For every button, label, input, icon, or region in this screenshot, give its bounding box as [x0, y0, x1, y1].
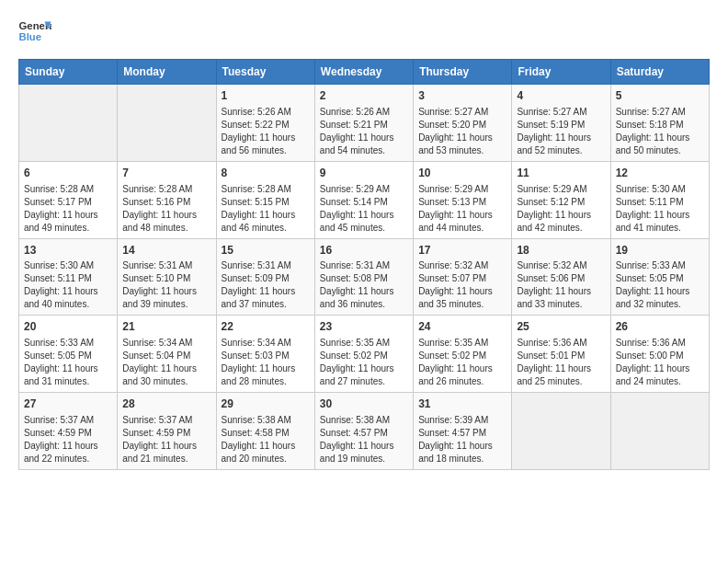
- calendar-cell: [512, 393, 610, 470]
- calendar-cell: 12Sunrise: 5:30 AMSunset: 5:11 PMDayligh…: [610, 161, 709, 238]
- day-number: 6: [24, 166, 112, 181]
- day-number: 16: [320, 243, 408, 259]
- calendar-cell: 15Sunrise: 5:31 AMSunset: 5:09 PMDayligh…: [216, 238, 314, 316]
- cell-info: Sunrise: 5:30 AMSunset: 5:11 PMDaylight:…: [616, 183, 704, 235]
- cell-info: Sunrise: 5:29 AMSunset: 5:13 PMDaylight:…: [418, 183, 506, 235]
- day-number: 21: [122, 319, 210, 335]
- day-number: 19: [616, 243, 704, 259]
- page-header: General Blue: [18, 18, 710, 44]
- calendar-cell: 6Sunrise: 5:28 AMSunset: 5:17 PMDaylight…: [19, 161, 118, 238]
- day-number: 10: [418, 166, 506, 181]
- cell-info: Sunrise: 5:28 AMSunset: 5:15 PMDaylight:…: [222, 183, 310, 235]
- day-number: 14: [122, 243, 210, 259]
- calendar-table: SundayMondayTuesdayWednesdayThursdayFrid…: [18, 59, 710, 470]
- calendar-cell: [610, 393, 709, 470]
- col-header-thursday: Thursday: [414, 60, 512, 85]
- calendar-cell: 4Sunrise: 5:27 AMSunset: 5:19 PMDaylight…: [512, 85, 610, 162]
- cell-info: Sunrise: 5:34 AMSunset: 5:03 PMDaylight:…: [222, 337, 310, 388]
- day-number: 13: [24, 243, 112, 259]
- cell-info: Sunrise: 5:29 AMSunset: 5:12 PMDaylight:…: [517, 183, 605, 235]
- calendar-cell: 10Sunrise: 5:29 AMSunset: 5:13 PMDayligh…: [414, 161, 512, 238]
- day-number: 18: [517, 243, 605, 259]
- cell-info: Sunrise: 5:38 AMSunset: 4:57 PMDaylight:…: [320, 414, 408, 465]
- calendar-cell: 22Sunrise: 5:34 AMSunset: 5:03 PMDayligh…: [216, 316, 314, 393]
- calendar-cell: 18Sunrise: 5:32 AMSunset: 5:06 PMDayligh…: [512, 238, 610, 316]
- day-number: 2: [320, 88, 408, 104]
- calendar-cell: 2Sunrise: 5:26 AMSunset: 5:21 PMDaylight…: [314, 85, 413, 162]
- day-number: 31: [418, 396, 506, 412]
- cell-info: Sunrise: 5:35 AMSunset: 5:02 PMDaylight:…: [320, 337, 408, 388]
- cell-info: Sunrise: 5:37 AMSunset: 4:59 PMDaylight:…: [122, 414, 210, 465]
- day-number: 15: [222, 243, 310, 259]
- cell-info: Sunrise: 5:38 AMSunset: 4:58 PMDaylight:…: [222, 414, 310, 465]
- day-number: 25: [517, 319, 605, 335]
- day-number: 12: [616, 166, 704, 181]
- cell-info: Sunrise: 5:32 AMSunset: 5:06 PMDaylight:…: [517, 259, 605, 311]
- calendar-cell: 28Sunrise: 5:37 AMSunset: 4:59 PMDayligh…: [118, 393, 216, 470]
- cell-info: Sunrise: 5:31 AMSunset: 5:09 PMDaylight:…: [222, 259, 310, 311]
- calendar-cell: 21Sunrise: 5:34 AMSunset: 5:04 PMDayligh…: [118, 316, 216, 393]
- col-header-friday: Friday: [512, 60, 610, 85]
- cell-info: Sunrise: 5:31 AMSunset: 5:10 PMDaylight:…: [122, 259, 210, 311]
- calendar-cell: 25Sunrise: 5:36 AMSunset: 5:01 PMDayligh…: [512, 316, 610, 393]
- calendar-cell: 31Sunrise: 5:39 AMSunset: 4:57 PMDayligh…: [414, 393, 512, 470]
- calendar-cell: 26Sunrise: 5:36 AMSunset: 5:00 PMDayligh…: [610, 316, 709, 393]
- day-number: 4: [517, 88, 605, 104]
- cell-info: Sunrise: 5:36 AMSunset: 5:00 PMDaylight:…: [616, 337, 704, 388]
- calendar-cell: 9Sunrise: 5:29 AMSunset: 5:14 PMDaylight…: [314, 161, 413, 238]
- logo: General Blue: [18, 18, 51, 44]
- calendar-cell: 29Sunrise: 5:38 AMSunset: 4:58 PMDayligh…: [216, 393, 314, 470]
- cell-info: Sunrise: 5:37 AMSunset: 4:59 PMDaylight:…: [24, 414, 112, 465]
- calendar-cell: 5Sunrise: 5:27 AMSunset: 5:18 PMDaylight…: [610, 85, 709, 162]
- cell-info: Sunrise: 5:26 AMSunset: 5:21 PMDaylight:…: [320, 106, 408, 157]
- cell-info: Sunrise: 5:28 AMSunset: 5:17 PMDaylight:…: [24, 183, 112, 235]
- day-number: 20: [24, 319, 112, 335]
- col-header-tuesday: Tuesday: [216, 60, 314, 85]
- cell-info: Sunrise: 5:27 AMSunset: 5:19 PMDaylight:…: [517, 106, 605, 157]
- day-number: 29: [222, 396, 310, 412]
- cell-info: Sunrise: 5:28 AMSunset: 5:16 PMDaylight:…: [122, 183, 210, 235]
- day-number: 11: [517, 166, 605, 181]
- day-number: 17: [418, 243, 506, 259]
- col-header-sunday: Sunday: [19, 60, 118, 85]
- calendar-cell: 14Sunrise: 5:31 AMSunset: 5:10 PMDayligh…: [118, 238, 216, 316]
- day-number: 8: [222, 166, 310, 181]
- day-number: 23: [320, 319, 408, 335]
- cell-info: Sunrise: 5:26 AMSunset: 5:22 PMDaylight:…: [222, 106, 310, 157]
- cell-info: Sunrise: 5:35 AMSunset: 5:02 PMDaylight:…: [418, 337, 506, 388]
- cell-info: Sunrise: 5:32 AMSunset: 5:07 PMDaylight:…: [418, 259, 506, 311]
- cell-info: Sunrise: 5:39 AMSunset: 4:57 PMDaylight:…: [418, 414, 506, 465]
- calendar-cell: 30Sunrise: 5:38 AMSunset: 4:57 PMDayligh…: [314, 393, 413, 470]
- week-row-1: 1Sunrise: 5:26 AMSunset: 5:22 PMDaylight…: [19, 85, 710, 162]
- col-header-monday: Monday: [118, 60, 216, 85]
- calendar-cell: 19Sunrise: 5:33 AMSunset: 5:05 PMDayligh…: [610, 238, 709, 316]
- col-header-wednesday: Wednesday: [314, 60, 413, 85]
- cell-info: Sunrise: 5:27 AMSunset: 5:18 PMDaylight:…: [616, 106, 704, 157]
- calendar-header-row: SundayMondayTuesdayWednesdayThursdayFrid…: [19, 60, 710, 85]
- week-row-3: 13Sunrise: 5:30 AMSunset: 5:11 PMDayligh…: [19, 238, 710, 316]
- calendar-cell: 8Sunrise: 5:28 AMSunset: 5:15 PMDaylight…: [216, 161, 314, 238]
- day-number: 24: [418, 319, 506, 335]
- calendar-cell: 7Sunrise: 5:28 AMSunset: 5:16 PMDaylight…: [118, 161, 216, 238]
- day-number: 9: [320, 166, 408, 181]
- calendar-cell: 27Sunrise: 5:37 AMSunset: 4:59 PMDayligh…: [19, 393, 118, 470]
- cell-info: Sunrise: 5:31 AMSunset: 5:08 PMDaylight:…: [320, 259, 408, 311]
- cell-info: Sunrise: 5:36 AMSunset: 5:01 PMDaylight:…: [517, 337, 605, 388]
- day-number: 26: [616, 319, 704, 335]
- calendar-cell: 13Sunrise: 5:30 AMSunset: 5:11 PMDayligh…: [19, 238, 118, 316]
- day-number: 3: [418, 88, 506, 104]
- week-row-4: 20Sunrise: 5:33 AMSunset: 5:05 PMDayligh…: [19, 316, 710, 393]
- week-row-5: 27Sunrise: 5:37 AMSunset: 4:59 PMDayligh…: [19, 393, 710, 470]
- logo-icon: General Blue: [18, 18, 51, 44]
- calendar-cell: 17Sunrise: 5:32 AMSunset: 5:07 PMDayligh…: [414, 238, 512, 316]
- cell-info: Sunrise: 5:33 AMSunset: 5:05 PMDaylight:…: [24, 337, 112, 388]
- calendar-cell: 20Sunrise: 5:33 AMSunset: 5:05 PMDayligh…: [19, 316, 118, 393]
- cell-info: Sunrise: 5:27 AMSunset: 5:20 PMDaylight:…: [418, 106, 506, 157]
- day-number: 30: [320, 396, 408, 412]
- cell-info: Sunrise: 5:29 AMSunset: 5:14 PMDaylight:…: [320, 183, 408, 235]
- calendar-cell: 11Sunrise: 5:29 AMSunset: 5:12 PMDayligh…: [512, 161, 610, 238]
- day-number: 27: [24, 396, 112, 412]
- calendar-cell: [118, 85, 216, 162]
- day-number: 7: [122, 166, 210, 181]
- col-header-saturday: Saturday: [610, 60, 709, 85]
